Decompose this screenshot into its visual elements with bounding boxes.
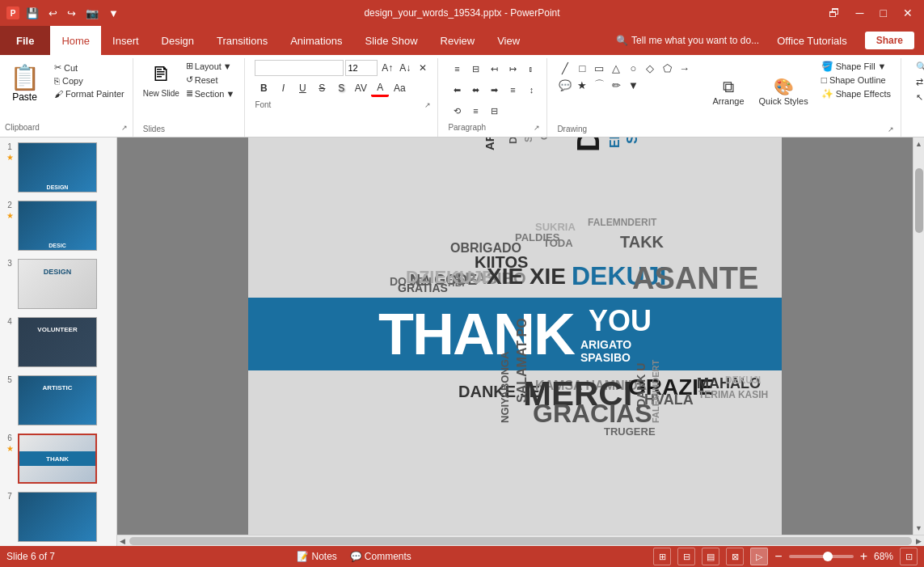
animations-menu-item[interactable]: Animations xyxy=(279,26,353,55)
shape-outline-button[interactable]: □ Shape Outline xyxy=(818,74,894,87)
slideshow-menu-item[interactable]: Slide Show xyxy=(354,26,429,55)
section-button[interactable]: ≣ Section▼ xyxy=(183,87,238,99)
arrange-button[interactable]: ⧉ Arrange xyxy=(707,76,749,108)
normal-view-button[interactable]: ⊞ xyxy=(653,548,671,565)
slide-sorter-button[interactable]: ▤ xyxy=(702,548,719,565)
curve-shape-button[interactable]: ⌒ xyxy=(591,77,607,93)
design-menu-item[interactable]: Design xyxy=(150,26,205,55)
scroll-up-button[interactable]: ▲ xyxy=(914,139,923,149)
rounded-rect-button[interactable]: ▭ xyxy=(591,60,607,76)
callout-shape-button[interactable]: 💬 xyxy=(557,77,573,93)
horizontal-scroll-thumb[interactable] xyxy=(129,537,912,545)
redo-button[interactable]: ↪ xyxy=(64,6,79,21)
minimize-button[interactable]: ─ xyxy=(851,5,869,21)
layout-button[interactable]: ⊞ Layout▼ xyxy=(183,60,238,72)
insert-menu-item[interactable]: Insert xyxy=(101,26,150,55)
undo-button[interactable]: ↩ xyxy=(45,6,61,21)
slide-thumb-7[interactable]: 7 xyxy=(3,490,113,544)
close-button[interactable]: ✕ xyxy=(898,5,918,21)
home-menu-item[interactable]: Home xyxy=(50,26,101,55)
font-name-input[interactable] xyxy=(255,60,344,76)
restore-button[interactable]: 🗗 xyxy=(824,5,845,21)
strikethrough-button[interactable]: S xyxy=(313,79,331,97)
arrow-shape-button[interactable]: → xyxy=(676,60,692,76)
copy-button[interactable]: ⎘ Copy xyxy=(51,75,128,87)
zoom-thumb[interactable] xyxy=(823,552,833,561)
notes-button[interactable]: 📝 Notes xyxy=(297,551,336,562)
save-button[interactable]: 💾 xyxy=(23,6,42,21)
shape-fill-button[interactable]: 🪣 Shape Fill ▼ xyxy=(818,60,894,73)
justify-button[interactable]: ≡ xyxy=(504,81,521,99)
italic-button[interactable]: I xyxy=(274,79,292,97)
review-menu-item[interactable]: Review xyxy=(429,26,487,55)
underline-button[interactable]: U xyxy=(293,79,311,97)
comments-button[interactable]: 💬 Comments xyxy=(350,551,411,562)
zoom-out-button[interactable]: − xyxy=(774,549,782,564)
format-painter-button[interactable]: 🖌 Format Painter xyxy=(51,88,128,99)
font-decrease-button[interactable]: A↓ xyxy=(397,60,413,76)
slide-thumb-5[interactable]: 5 ARTISTIC xyxy=(3,374,113,427)
quick-access-more-button[interactable]: ▼ xyxy=(105,6,122,21)
find-button[interactable]: 🔍 Find xyxy=(911,60,924,74)
outline-view-button[interactable]: ⊟ xyxy=(677,548,695,565)
scroll-right-button[interactable]: ▶ xyxy=(915,536,922,546)
scroll-down-button[interactable]: ▼ xyxy=(914,523,923,533)
font-increase-button[interactable]: A↑ xyxy=(379,60,395,76)
clear-formatting-button[interactable]: ✕ xyxy=(415,60,431,76)
oval-shape-button[interactable]: ○ xyxy=(625,60,641,76)
share-button[interactable]: Share xyxy=(865,32,914,49)
bullet-list-button[interactable]: ≡ xyxy=(448,60,466,78)
clipboard-expand-button[interactable]: ↗ xyxy=(121,124,128,132)
fit-slide-button[interactable]: ⊡ xyxy=(900,548,918,565)
bold-button[interactable]: B xyxy=(255,79,272,97)
view-menu-item[interactable]: View xyxy=(486,26,531,55)
reset-button[interactable]: ↺ Reset xyxy=(183,74,238,86)
slide-thumb-1[interactable]: 1 ★ DESIGN xyxy=(3,141,113,194)
presenter-view-button[interactable]: ▷ xyxy=(750,548,768,565)
align-center-button[interactable]: ⬌ xyxy=(466,81,484,99)
align-left-button[interactable]: ⬅ xyxy=(448,81,466,99)
reading-view-button[interactable]: ⊠ xyxy=(726,548,744,565)
numbered-list-button[interactable]: ⊟ xyxy=(466,60,484,78)
rect-shape-button[interactable]: □ xyxy=(574,60,590,76)
slide-thumb-2[interactable]: 2 ★ DESIC xyxy=(3,199,113,252)
font-expand-button[interactable]: ↗ xyxy=(424,101,431,109)
slide-thumb-3[interactable]: 3 DESIGN xyxy=(3,257,113,311)
align-text-button[interactable]: ≡ xyxy=(466,102,484,120)
font-color-button[interactable]: A xyxy=(371,79,389,97)
more-shapes-button[interactable]: ▼ xyxy=(625,77,641,93)
line-shape-button[interactable]: ╱ xyxy=(557,60,573,76)
spacing-button[interactable]: AV xyxy=(352,79,369,97)
slide-thumb-6[interactable]: 6 ★ THANK xyxy=(3,432,113,485)
decrease-indent-button[interactable]: ↤ xyxy=(485,60,503,78)
convert-smartart-button[interactable]: ⊟ xyxy=(485,102,503,120)
columns-button[interactable]: ⫾ xyxy=(522,60,540,78)
zoom-slider[interactable] xyxy=(789,555,854,558)
slide-canvas[interactable]: THANK YOU ARIGATO SPASIBO ARRIGATO DO JE… xyxy=(248,138,782,535)
triangle-shape-button[interactable]: △ xyxy=(608,60,624,76)
slide-thumb-4[interactable]: 4 VOLUNTEER xyxy=(3,315,113,369)
scroll-left-button[interactable]: ◀ xyxy=(119,536,126,546)
pentagon-shape-button[interactable]: ⬠ xyxy=(659,60,675,76)
diamond-shape-button[interactable]: ◇ xyxy=(642,60,658,76)
select-button[interactable]: ↖ Select ▼ xyxy=(911,91,924,104)
office-tutorials-item[interactable]: Office Tutorials xyxy=(766,35,858,47)
paste-button[interactable]: 📋 Paste xyxy=(5,61,44,104)
paragraph-expand-button[interactable]: ↗ xyxy=(534,124,540,132)
new-slide-button[interactable]: 🖹 xyxy=(146,60,175,89)
maximize-button[interactable]: □ xyxy=(875,5,892,21)
transitions-menu-item[interactable]: Transitions xyxy=(205,26,279,55)
file-menu-item[interactable]: File xyxy=(0,26,50,55)
cut-button[interactable]: ✂ Cut xyxy=(51,61,128,74)
vertical-scroll-thumb[interactable] xyxy=(915,168,923,233)
star-shape-button[interactable]: ★ xyxy=(574,77,590,93)
text-direction-button[interactable]: ⟲ xyxy=(448,102,466,120)
shape-effects-button[interactable]: ✨ Shape Effects xyxy=(818,87,894,100)
increase-indent-button[interactable]: ↦ xyxy=(504,60,521,78)
line-spacing-button[interactable]: ↕ xyxy=(522,81,540,99)
zoom-in-button[interactable]: + xyxy=(860,549,867,564)
shadow-button[interactable]: S xyxy=(332,79,350,97)
present-button[interactable]: 📷 xyxy=(82,6,102,21)
change-case-button[interactable]: Aa xyxy=(390,79,408,97)
drawing-expand-button[interactable]: ↗ xyxy=(888,125,894,133)
